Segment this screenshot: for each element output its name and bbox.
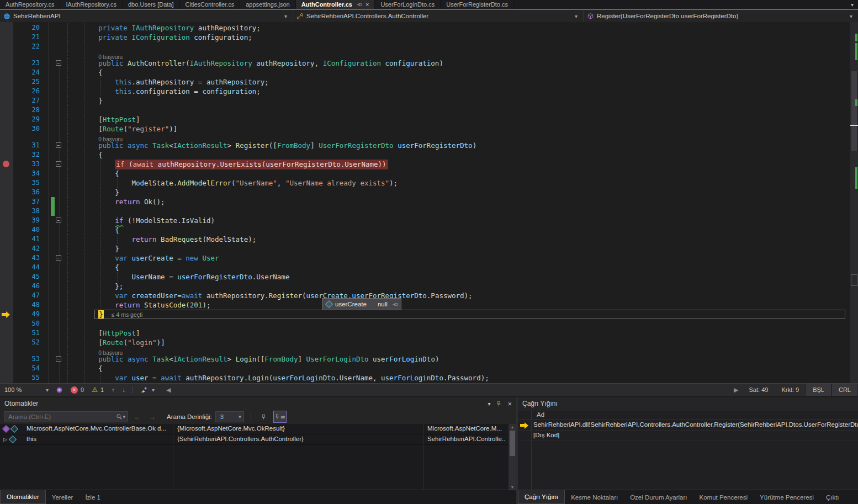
next-issue-button[interactable]: ↓	[119, 386, 130, 393]
debugger-datatip[interactable]: userCreate null	[322, 298, 401, 310]
code-token: }	[115, 245, 119, 253]
pin-to-source-toggle[interactable]: ab	[273, 411, 287, 423]
document-tab[interactable]: UserForLoginDto.cs	[375, 0, 441, 9]
pin-icon[interactable]	[496, 401, 502, 407]
scrollbar-thumb[interactable]	[851, 71, 857, 151]
code-text	[65, 206, 115, 216]
pin-icon[interactable]	[392, 301, 398, 307]
autos-title-bar[interactable]: Otomatikler ▾ ×	[0, 397, 516, 410]
code-token: UserForRegisterDto	[319, 141, 393, 150]
code-token	[149, 355, 153, 363]
document-tab[interactable]: AuthController.cs×	[296, 0, 375, 9]
watch-row[interactable]: ▷this{SehirRehberiAPI.Controllers.AuthCo…	[0, 434, 509, 445]
project-dropdown[interactable]: SehirRehberiAPI ▾	[0, 10, 293, 22]
callstack-frame[interactable]: [Dış Kod]	[518, 431, 858, 441]
code-token: [	[98, 338, 103, 347]
perf-tip[interactable]: ≤ 4 ms geçti	[112, 311, 143, 318]
code-line: 33− if (await authRepository.UserExists(…	[0, 160, 850, 169]
document-tab[interactable]: IAuthRepository.cs	[60, 0, 123, 9]
scrollbar-thumb[interactable]	[510, 431, 515, 456]
editor-vertical-scrollbar[interactable]	[850, 22, 858, 383]
chevron-down-icon: ▾	[239, 414, 243, 420]
fold-toggle[interactable]: −	[56, 356, 61, 362]
fold-toggle[interactable]: −	[56, 217, 61, 223]
autos-panel: Otomatikler ▾ × ▾ ← →	[0, 397, 516, 504]
current-frame-arrow	[520, 424, 525, 427]
line-number: 24	[13, 68, 40, 77]
tab-close-icon[interactable]: ×	[366, 1, 369, 8]
zoom-selector[interactable]: 100 % ▾	[0, 386, 52, 393]
code-line: 52 [Route("login")]	[0, 338, 850, 347]
type-dropdown[interactable]: SehirRehberiAPI.Controllers.AuthControll…	[293, 10, 584, 22]
scroll-down-arrow[interactable]: ▼	[509, 485, 516, 489]
code-token: authRepository	[198, 24, 256, 32]
breakpoint-indicator[interactable]	[3, 161, 9, 167]
tool-window-tab[interactable]: Kesme Noktaları	[565, 490, 624, 504]
scroll-left-arrow[interactable]: ◀	[162, 386, 174, 394]
code-token: BadRequest	[161, 235, 202, 243]
tool-window-tab[interactable]: Çağrı Yığını	[518, 490, 565, 504]
scroll-up-arrow[interactable]: ▲	[509, 425, 516, 429]
callstack-frame[interactable]: SehirRehberiAPI.dll!SehirRehberiAPI.Cont…	[518, 420, 858, 431]
chevron-down-icon[interactable]: ▾	[152, 387, 155, 393]
fold-toggle[interactable]: −	[56, 161, 61, 167]
tab-overflow-chevron-icon[interactable]: ▾	[846, 0, 858, 9]
editor-horizontal-scrollbar[interactable]	[175, 384, 730, 396]
tool-window-tab[interactable]: Yereller	[46, 490, 80, 504]
code-token: Route	[103, 125, 124, 133]
tool-window-tab[interactable]: Özel Durum Ayarları	[624, 490, 693, 504]
code-token: Task	[152, 355, 169, 363]
code-token: AuthController	[128, 59, 186, 67]
warning-count-button[interactable]: ⚠ 1	[88, 386, 108, 394]
object-icon	[9, 436, 17, 443]
search-forward-arrow[interactable]: →	[146, 413, 158, 421]
code-token: <	[169, 355, 173, 363]
close-icon[interactable]: ×	[507, 400, 512, 408]
search-input[interactable]	[5, 413, 116, 420]
document-tab[interactable]: dbo.Users [Data]	[123, 0, 180, 9]
document-tab[interactable]: UserForRegisterDto.cs	[441, 0, 514, 9]
code-token: "register"	[128, 125, 169, 133]
error-count-button[interactable]: × 0	[67, 386, 88, 394]
callstack-title-bar[interactable]: Çağrı Yığını	[518, 397, 858, 410]
code-text: if (await authRepository.UserExists(user…	[65, 160, 388, 169]
column-header-name[interactable]: Ad	[537, 411, 544, 418]
code-line: 55 var user = await authRepository.Login…	[0, 373, 850, 383]
fold-toggle[interactable]: −	[56, 255, 61, 261]
code-editor[interactable]: 20 private IAuthRepository authRepositor…	[0, 22, 858, 383]
chevron-down-icon[interactable]: ▾	[123, 414, 128, 420]
previous-issue-button[interactable]: ↑	[108, 386, 119, 393]
document-tab[interactable]: CitiesController.cs	[180, 0, 241, 9]
search-box[interactable]: ▾	[4, 411, 128, 422]
tool-window-tab[interactable]: Komut Penceresi	[693, 490, 754, 504]
line-number: 55	[13, 373, 40, 383]
pin-values-icon[interactable]	[258, 411, 270, 422]
expand-arrow-icon[interactable]: ▷	[3, 437, 7, 442]
tool-window-tab[interactable]: Çıktı	[820, 490, 845, 504]
tab-pin-icon[interactable]	[356, 2, 362, 8]
line-number: 21	[13, 33, 40, 42]
document-tab[interactable]: AuthRepository.cs	[0, 0, 60, 9]
window-position-chevron-icon[interactable]: ▾	[488, 401, 490, 407]
code-token: =	[177, 291, 182, 300]
feedback-icon[interactable]	[52, 386, 67, 394]
code-token: public	[98, 355, 123, 363]
code-text: {	[65, 169, 119, 178]
tool-window-tab[interactable]: Otomatikler	[0, 490, 46, 504]
code-token: ,	[373, 374, 381, 382]
code-token: (	[123, 125, 128, 133]
search-back-arrow[interactable]: ←	[131, 413, 143, 421]
tool-window-tab[interactable]: İzle 1	[79, 490, 107, 504]
scroll-right-arrow[interactable]: ▶	[730, 386, 742, 394]
code-line: 35 ModelState.AddModelError("UserName", …	[0, 178, 850, 188]
watch-row[interactable]: Microsoft.AspNetCore.Mvc.ControllerBase.…	[0, 424, 509, 434]
bottom-tool-windows: Otomatikler ▾ × ▾ ← →	[0, 397, 858, 504]
fold-toggle[interactable]: −	[56, 142, 61, 148]
autos-vertical-scrollbar[interactable]: ▲ ▼	[509, 424, 516, 490]
fold-toggle[interactable]: −	[56, 60, 61, 66]
document-tab[interactable]: appsettings.json	[240, 0, 296, 9]
member-dropdown[interactable]: Register(UserForRegisterDto userForRegis…	[584, 10, 858, 22]
search-depth-select[interactable]: 3 ▾	[215, 411, 244, 422]
tool-window-tab[interactable]: Yürütme Penceresi	[754, 490, 820, 504]
code-cleanup-icon[interactable]	[136, 386, 152, 394]
